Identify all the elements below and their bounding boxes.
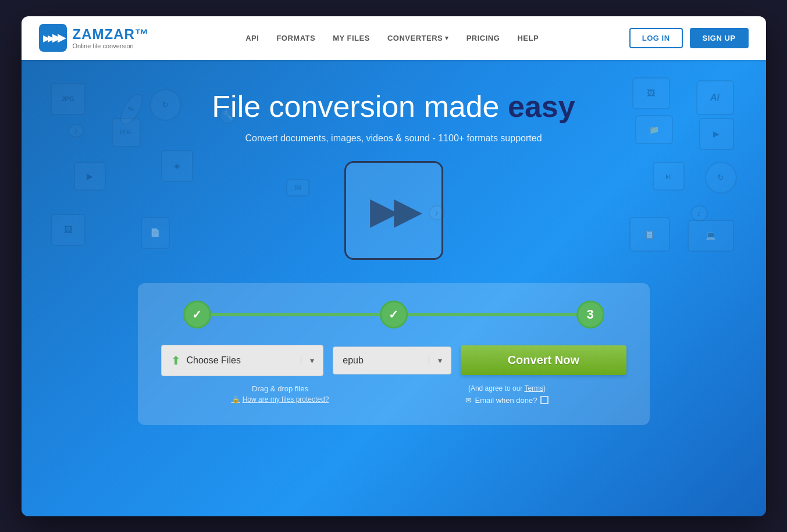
fi-jpg-icon: JPG [51, 83, 86, 115]
format-value: epub [343, 355, 364, 366]
fi-vid1-icon: ▶ [74, 162, 106, 191]
nav-my-files[interactable]: MY FILES [333, 34, 370, 42]
fi-doc1-icon: 📄 [141, 217, 170, 249]
step-1: ✓ [183, 301, 211, 329]
email-label: Email when done? [475, 396, 537, 405]
step-line-2 [408, 313, 576, 316]
terms-info: (And agree to our Terms) ✉ Email when do… [394, 384, 621, 405]
signup-button[interactable]: SIGN UP [690, 28, 749, 48]
protected-link[interactable]: 🔒 How are my files protected? [167, 395, 394, 404]
drop-info: Drag & drop files 🔒 How are my files pro… [167, 384, 394, 404]
fi-ai-icon: Ai [696, 80, 734, 115]
bottom-info: Drag & drop files 🔒 How are my files pro… [161, 384, 626, 405]
fi-play-right-icon: ⏯ [653, 162, 685, 191]
controls-row: ⬆ Choose Files ▾ epub ▾ [161, 345, 626, 376]
step-3: 3 [576, 301, 604, 329]
nav-help[interactable]: HELP [517, 34, 539, 42]
logo-text: ZAMZAR™ Online file conversion [73, 26, 149, 49]
format-dropdown-arrow[interactable]: ▾ [429, 356, 451, 365]
email-row: ✉ Email when done? [394, 396, 621, 405]
upload-icon: ⬆ [171, 354, 181, 367]
nav-links: API FORMATS MY FILES CONVERTERS PRICING … [179, 34, 606, 42]
choose-files-button[interactable]: ⬆ Choose Files ▾ [161, 345, 324, 376]
fi-vid-right-icon: ▶ [699, 118, 734, 150]
nav-api[interactable]: API [245, 34, 259, 42]
step-line-1 [211, 313, 380, 316]
fi-folder-right-icon: 📁 [635, 115, 673, 144]
fi-pen-icon: ✏ [115, 90, 147, 128]
drag-drop-text: Drag & drop files [167, 384, 394, 393]
hero-subtitle: Convert documents, images, videos & soun… [245, 133, 542, 144]
fi-laptop-icon: 💻 [688, 220, 734, 252]
fi-envelope-icon: ✉ [286, 179, 309, 197]
nav-formats[interactable]: FORMATS [276, 34, 315, 42]
center-icon: ▶▶ [344, 161, 443, 260]
nav-converters[interactable]: CONVERTERS [387, 34, 449, 42]
email-checkbox[interactable] [540, 396, 549, 404]
nav-pricing[interactable]: PRICING [466, 34, 500, 42]
convert-now-button[interactable]: Convert Now [461, 345, 626, 375]
fi-thumb1-icon: 🖼 [51, 214, 86, 246]
logo-name: ZAMZAR™ [73, 26, 149, 42]
logo-icon: ▶▶ [39, 24, 67, 52]
logo-arrows: ▶▶ [52, 31, 63, 44]
hero-section: JPG ♪ ▶ PDF ↻ ◈ 🖼 📄 ✏ Ai 🖼 ▶ ⏯ ↻ 📁 ♪ 💻 📋… [22, 60, 766, 516]
login-button[interactable]: LOG IN [629, 28, 683, 48]
fi-stack-icon: 📋 [629, 217, 670, 252]
fi-rotate-icon: ↻ [149, 89, 181, 121]
terms-text: (And agree to our Terms) [394, 384, 621, 392]
choose-files-label: Choose Files [187, 355, 241, 366]
logo-area: ▶▶ ZAMZAR™ Online file conversion [39, 24, 155, 52]
email-icon: ✉ [465, 396, 472, 405]
progress-bar: ✓ ✓ 3 [161, 301, 626, 329]
fi-pdf-icon: PDF [112, 118, 141, 147]
fi-reload-right-icon: ↻ [705, 162, 737, 194]
fi-music-right-icon: ♪ [690, 205, 708, 222]
fi-img-right-icon: 🖼 [632, 77, 670, 109]
nav-buttons: LOG IN SIGN UP [629, 28, 749, 48]
fi-sketch-icon: ◈ [161, 150, 193, 182]
hero-title: File conversion made easy [212, 89, 575, 124]
logo-tagline: Online file conversion [73, 42, 149, 49]
step-2: ✓ [380, 301, 408, 329]
terms-link[interactable]: Terms [524, 384, 543, 392]
choose-files-dropdown-arrow[interactable]: ▾ [301, 356, 323, 365]
lock-icon: 🔒 [232, 395, 240, 404]
navbar: ▶▶ ZAMZAR™ Online file conversion API FO… [22, 16, 766, 60]
converter-box: ✓ ✓ 3 ⬆ Choose Files [138, 283, 650, 425]
ff-arrows-icon: ▶▶ [370, 189, 418, 232]
format-select[interactable]: epub ▾ [333, 347, 451, 374]
fi-music1-icon: ♪ [68, 124, 84, 138]
